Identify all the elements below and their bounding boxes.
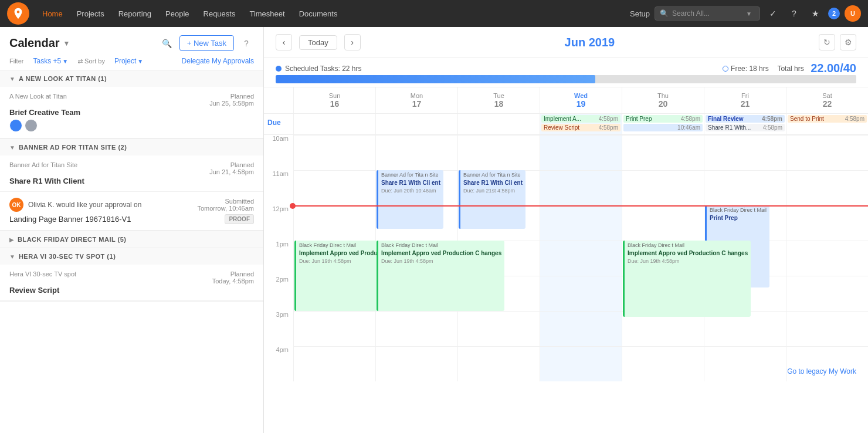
cell-fri-11 <box>704 170 786 205</box>
help-calendar-icon[interactable]: ? <box>239 36 254 51</box>
task-date: Jun 21, 4:58pm <box>209 168 254 175</box>
day-header-sun: Sun 16 <box>293 87 375 113</box>
cell-wed-11 <box>540 170 622 205</box>
total-hours: 22.00/40 <box>811 62 856 75</box>
calendar-dropdown-icon[interactable]: ▼ <box>63 39 70 48</box>
cell-sat-12 <box>786 205 868 241</box>
cell-thu-11 <box>622 170 704 205</box>
task-item[interactable]: Hera VI 30-sec TV spot Planned Today, 4:… <box>0 265 263 301</box>
calendar-event-implement-thu[interactable]: Black Friday Direc t Mail Implement Appr… <box>623 241 751 317</box>
project-name-3: BLACK FRIDAY DIRECT MAIL (5) <box>18 236 127 243</box>
project-group-header-3[interactable]: ▶ BLACK FRIDAY DIRECT MAIL (5) <box>0 231 263 248</box>
nav-people[interactable]: People <box>160 6 195 22</box>
cell-sat-10 <box>786 135 868 170</box>
sort-value[interactable]: Project ▼ <box>114 57 143 65</box>
task-item[interactable]: Banner Ad for Titan Site Planned Jun 21,… <box>0 155 263 192</box>
task-status-date: Planned Jun 25, 5:58pm <box>209 93 254 107</box>
due-event[interactable]: Review Script4:58pm <box>541 124 621 131</box>
hours-progress-bar <box>276 75 856 83</box>
task-item[interactable]: A New Look at Titan Planned Jun 25, 5:58… <box>0 87 263 138</box>
due-event[interactable]: 10:46am <box>623 124 703 131</box>
star-icon[interactable]: ★ <box>807 5 823 22</box>
hours-bar: Scheduled Tasks: 22 hrs Free: 18 hrs Tot… <box>264 58 868 87</box>
today-button[interactable]: Today <box>299 35 337 50</box>
due-cell-tue <box>457 114 540 134</box>
scheduled-dot <box>276 66 282 72</box>
settings-icon[interactable]: ⚙ <box>840 34 856 50</box>
approval-item[interactable]: OK Olivia K. would like your approval on… <box>0 192 263 231</box>
cell-sun-3 <box>293 311 375 346</box>
time-11am: 11am <box>264 170 293 205</box>
cell-wed-12 <box>540 205 622 241</box>
nav-reporting[interactable]: Reporting <box>113 6 157 22</box>
nav-home[interactable]: Home <box>36 6 69 22</box>
due-event[interactable]: Send to Print4:58pm <box>788 115 867 123</box>
project-group-header-2[interactable]: ▼ BANNER AD FOR TITAN SITE (2) <box>0 139 263 155</box>
calendar-event-implement-mon[interactable]: Black Friday Direc t Mail Implement Appr… <box>377 241 504 311</box>
cell-mon-3 <box>375 311 457 346</box>
cell-wed-1 <box>540 241 622 276</box>
search-dropdown-icon[interactable]: ▼ <box>746 11 752 17</box>
due-cell-sat: Send to Print4:58pm <box>786 114 868 134</box>
refresh-icon[interactable]: ↻ <box>819 34 835 50</box>
filter-sort-row: Filter Tasks +5 ▼ ⇅ Sort by Project ▼ De… <box>9 57 254 65</box>
setup-link[interactable]: Setup <box>630 9 650 18</box>
day-header-wed: Wed 19 <box>540 87 622 113</box>
checkmark-icon[interactable]: ✓ <box>765 5 781 22</box>
delegate-approvals-link[interactable]: Delegate My Approvals <box>182 57 254 65</box>
now-indicator-dot <box>290 203 296 209</box>
cell-sun-11 <box>293 170 375 205</box>
sort-label: Sort by <box>84 57 105 65</box>
nav-requests[interactable]: Requests <box>198 6 242 22</box>
calendar-event-share-r1-mon[interactable]: Banner Ad for Tita n Site Share R1 With … <box>377 170 443 229</box>
nav-projects[interactable]: Projects <box>71 6 110 22</box>
app-logo[interactable] <box>7 2 29 25</box>
cell-wed-3 <box>540 311 622 346</box>
task-date: Today, 4:58pm <box>212 278 254 285</box>
due-event[interactable]: Implement A...4:58pm <box>541 115 621 123</box>
due-event[interactable]: Final Review4:58pm <box>706 115 785 123</box>
calendar-title: Calendar <box>9 36 60 50</box>
task-project: Banner Ad for Titan Site <box>9 161 77 168</box>
hours-progress-fill <box>276 75 595 83</box>
due-cell-thu: Print Prep4:58pm 10:46am <box>622 114 704 134</box>
total-label: Total hrs <box>777 65 803 73</box>
day-header-fri: Fri 21 <box>704 87 786 113</box>
notification-badge[interactable]: 2 <box>828 8 840 19</box>
nav-documents[interactable]: Documents <box>293 6 344 22</box>
cell-sat-4 <box>786 346 868 381</box>
next-month-button[interactable]: › <box>344 34 361 50</box>
time-12pm: 12pm <box>264 205 293 241</box>
task-project: A New Look at Titan <box>9 93 67 100</box>
days-header: Sun 16 Mon 17 Tue 18 Wed 19 Thu 20 <box>264 87 868 114</box>
project-group-3: ▶ BLACK FRIDAY DIRECT MAIL (5) <box>0 231 263 248</box>
due-event[interactable]: Print Prep4:58pm <box>623 115 703 123</box>
help-icon[interactable]: ? <box>786 5 802 22</box>
search-calendar-icon[interactable]: 🔍 <box>160 36 175 51</box>
time-2pm: 2pm <box>264 276 293 311</box>
chevron-down-icon: ▼ <box>9 76 15 82</box>
task-bottom <box>9 119 254 132</box>
filter-value[interactable]: Tasks +5 ▼ <box>33 57 68 65</box>
chevron-right-icon: ▶ <box>9 236 14 243</box>
day-header-sat: Sat 22 <box>786 87 868 113</box>
due-event[interactable]: Share R1 With...4:58pm <box>706 124 785 131</box>
cell-tue-4 <box>457 346 540 381</box>
search-bar[interactable]: 🔍 ▼ <box>655 6 760 21</box>
nav-timesheet[interactable]: Timesheet <box>243 6 290 22</box>
project-group-1: ▼ A NEW LOOK AT TITAN (1) A New Look at … <box>0 70 263 139</box>
project-group-header-4[interactable]: ▼ HERA VI 30-SEC TV SPOT (1) <box>0 248 263 265</box>
prev-month-button[interactable]: ‹ <box>276 34 292 50</box>
search-input[interactable] <box>672 9 742 18</box>
legacy-my-work-link[interactable]: Go to legacy My Work <box>787 367 856 376</box>
nav-right: Setup 🔍 ▼ ✓ ? ★ 2 U <box>630 5 861 22</box>
new-task-button[interactable]: + New Task <box>179 35 234 51</box>
due-label: Due <box>264 114 293 134</box>
calendar-panel: ‹ Today › Jun 2019 ↻ ⚙ Scheduled Tasks: … <box>264 27 868 433</box>
user-avatar[interactable]: U <box>845 5 861 22</box>
due-cell-sun <box>293 114 375 134</box>
top-navigation: Home Projects Reporting People Requests … <box>0 0 868 27</box>
hours-text-row: Scheduled Tasks: 22 hrs Free: 18 hrs Tot… <box>276 62 856 75</box>
calendar-event-share-r1-tue[interactable]: Banner Ad for Tita n Site Share R1 With … <box>459 170 525 229</box>
project-group-header-1[interactable]: ▼ A NEW LOOK AT TITAN (1) <box>0 70 263 87</box>
